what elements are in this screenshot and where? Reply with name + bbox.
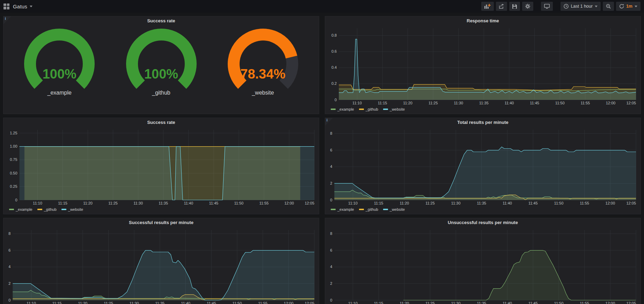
successful-results-chart[interactable]: 11:1011:1511:2011:2511:3011:3511:4011:45…	[6, 227, 316, 304]
refresh-icon	[619, 4, 624, 9]
legend-swatch	[359, 109, 364, 110]
response-time-chart[interactable]: 11:1011:1511:2011:2511:3011:3511:4011:45…	[328, 25, 638, 106]
legend-swatch	[37, 209, 42, 210]
svg-text:11:30: 11:30	[130, 301, 139, 304]
svg-text:12:05: 12:05	[626, 201, 636, 205]
svg-text:0.6: 0.6	[331, 49, 337, 53]
svg-text:12:05: 12:05	[305, 201, 314, 205]
legend-item[interactable]: _github	[37, 207, 57, 212]
time-range-picker[interactable]: Last 1 hour	[561, 2, 601, 11]
grafana-menu-icon[interactable]	[3, 3, 9, 9]
panel-success-rate-graph: Success rate 11:1011:1511:2011:2511:3011…	[3, 118, 319, 214]
svg-text:11:25: 11:25	[104, 301, 113, 304]
success-rate-chart[interactable]: 11:1011:1511:2011:2511:3011:3511:4011:45…	[6, 127, 316, 206]
svg-text:11:10: 11:10	[348, 201, 358, 205]
svg-text:4: 4	[330, 164, 332, 169]
unsuccessful-results-chart[interactable]: 11:1011:1511:2011:2511:3011:3511:4011:45…	[328, 227, 638, 304]
refresh-interval-label: 1m	[626, 4, 632, 9]
legend-label: _website	[68, 207, 83, 212]
svg-text:11:20: 11:20	[83, 201, 93, 205]
panel-title[interactable]: Success rate	[3, 120, 319, 125]
legend-label: _example	[337, 207, 354, 212]
chart-area: 11:1011:1511:2011:2511:3011:3511:4011:45…	[6, 127, 316, 213]
panel-success-rate-gauges: i Success rate 100% _example 100% _githu…	[3, 16, 319, 114]
svg-text:11:20: 11:20	[400, 201, 409, 205]
legend-swatch	[331, 109, 336, 110]
svg-text:1.25: 1.25	[10, 131, 17, 135]
svg-text:11:40: 11:40	[503, 201, 512, 205]
svg-text:2: 2	[8, 281, 10, 286]
panel-title[interactable]: Response time	[325, 18, 641, 23]
svg-text:11:15: 11:15	[374, 301, 383, 304]
svg-text:12:05: 12:05	[626, 101, 636, 105]
gauge-website: 78.34% _website	[217, 28, 309, 96]
legend-item[interactable]: _github	[359, 107, 378, 111]
dashboard-row: i Success rate 100% _example 100% _githu…	[3, 16, 641, 114]
share-dashboard-button[interactable]	[496, 2, 507, 11]
chevron-down-icon	[595, 6, 598, 7]
svg-text:2: 2	[330, 281, 332, 286]
svg-text:11:20: 11:20	[403, 101, 412, 105]
legend-item[interactable]: _example	[331, 207, 354, 212]
legend-item[interactable]: _website	[383, 107, 405, 111]
svg-text:0: 0	[8, 298, 10, 302]
svg-text:12:00: 12:00	[606, 301, 615, 304]
svg-text:12:00: 12:00	[606, 201, 615, 205]
svg-text:11:15: 11:15	[374, 201, 383, 205]
svg-text:11:20: 11:20	[400, 301, 409, 304]
svg-text:11:40: 11:40	[503, 301, 512, 304]
svg-text:12:05: 12:05	[305, 301, 314, 304]
gauge-arc	[17, 28, 101, 92]
cycle-view-mode-button[interactable]	[541, 2, 553, 11]
svg-text:0.50: 0.50	[10, 171, 17, 175]
add-panel-button[interactable]	[481, 2, 494, 11]
svg-text:11:40: 11:40	[505, 101, 514, 105]
legend-item[interactable]: _website	[383, 207, 405, 212]
gauge-label: _github	[116, 90, 207, 96]
zoom-out-time-button[interactable]	[603, 2, 614, 11]
grid-square	[3, 3, 6, 6]
legend-item[interactable]: _example	[331, 107, 354, 111]
gauge-example: 100% _example	[14, 28, 105, 96]
svg-text:0.2: 0.2	[331, 81, 337, 86]
svg-text:11:10: 11:10	[352, 101, 362, 105]
svg-text:11:30: 11:30	[133, 201, 143, 205]
save-dashboard-button[interactable]	[509, 2, 520, 11]
panel-title[interactable]: Success rate	[3, 18, 319, 23]
panel-title[interactable]: Successful results per minute	[3, 220, 319, 225]
panel-response-time: Response time 11:1011:1511:2011:2511:301…	[325, 16, 641, 114]
svg-text:11:55: 11:55	[259, 201, 269, 205]
svg-text:11:45: 11:45	[209, 201, 218, 205]
refresh-picker[interactable]: 1m	[616, 2, 641, 11]
svg-text:11:55: 11:55	[258, 301, 268, 304]
legend-label: _github	[44, 207, 57, 212]
svg-text:11:45: 11:45	[530, 101, 539, 105]
legend-item[interactable]: _example	[9, 207, 32, 212]
svg-text:11:15: 11:15	[52, 301, 62, 304]
chart-legend: _example_github_website	[6, 206, 316, 213]
svg-text:11:15: 11:15	[58, 201, 67, 205]
svg-text:11:45: 11:45	[207, 301, 216, 304]
legend-label: _website	[390, 107, 405, 111]
svg-text:0: 0	[335, 98, 337, 102]
svg-text:11:55: 11:55	[580, 301, 589, 304]
gauge-arc	[119, 28, 203, 92]
svg-text:11:10: 11:10	[33, 201, 42, 205]
svg-text:11:50: 11:50	[555, 101, 565, 105]
svg-text:11:35: 11:35	[155, 301, 165, 304]
svg-text:0: 0	[15, 198, 17, 202]
svg-text:8: 8	[8, 231, 10, 236]
panel-title[interactable]: Total results per minute	[325, 120, 641, 125]
grid-square	[3, 7, 6, 9]
tv-monitor-icon	[544, 4, 550, 9]
legend-item[interactable]: _website	[61, 207, 83, 212]
dashboard-settings-button[interactable]	[522, 2, 533, 11]
legend-item[interactable]: _github	[359, 207, 378, 212]
gauge-group: 100% _example 100% _github 78.34% _websi…	[3, 25, 319, 114]
dashboard-title-dropdown[interactable]: Gatus	[13, 3, 32, 9]
svg-text:11:40: 11:40	[181, 301, 190, 304]
total-results-chart[interactable]: 11:1011:1511:2011:2511:3011:3511:4011:45…	[328, 127, 638, 206]
svg-text:11:15: 11:15	[378, 101, 387, 105]
svg-text:8: 8	[330, 231, 332, 236]
panel-title[interactable]: Unsuccessful results per minute	[325, 220, 641, 225]
